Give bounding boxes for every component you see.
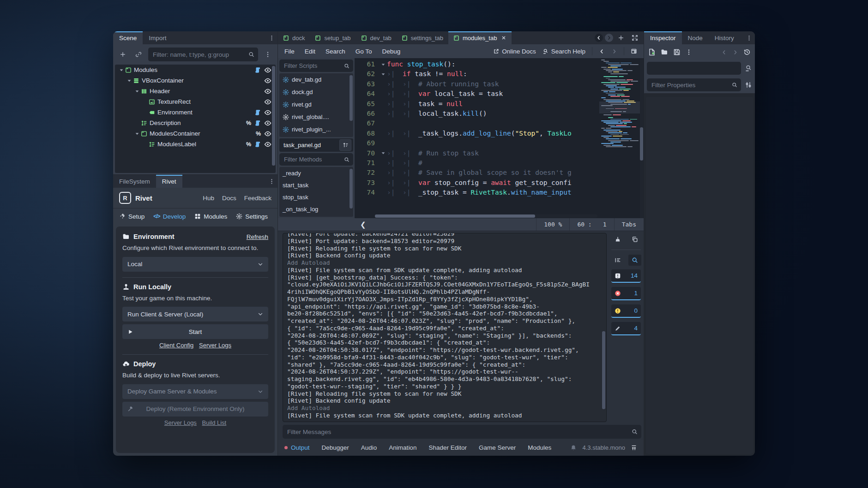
rivet-nav-modules[interactable]: Modules <box>194 213 227 220</box>
scene-tree-scrollbar[interactable] <box>272 66 275 166</box>
script-tab-dock[interactable]: dock <box>278 31 310 44</box>
expand-bottom-panel-icon[interactable] <box>631 445 637 451</box>
code-line[interactable]: 62›|if task != null: <box>355 69 599 79</box>
scene-menu-button[interactable] <box>262 44 274 65</box>
unique-name-badge[interactable]: % <box>246 141 251 148</box>
visibility-eye-icon[interactable] <box>264 77 271 84</box>
script-badge-icon[interactable] <box>254 67 261 73</box>
build-list-link[interactable]: Build List <box>202 419 226 426</box>
menu-debug[interactable]: Debug <box>382 48 401 55</box>
tree-row-environment[interactable]: Environment <box>115 107 276 118</box>
unique-name-badge[interactable]: % <box>246 120 251 126</box>
dock-tabbar-menu-button[interactable] <box>265 175 277 188</box>
bottom-tab-output[interactable]: Output <box>284 444 310 451</box>
filter-scripts-input[interactable] <box>279 60 353 72</box>
bottom-tab-shader-editor[interactable]: Shader Editor <box>428 444 467 451</box>
new-script-button[interactable] <box>615 31 627 44</box>
script-panel-toggle-icon[interactable] <box>631 48 637 54</box>
bottom-tab-game-server[interactable]: Game Server <box>479 444 516 451</box>
fold-caret-icon[interactable] <box>380 62 386 67</box>
code-editor[interactable]: 61func stop_task():62›|if task != null:6… <box>355 58 644 218</box>
copy-log-button[interactable] <box>628 234 641 245</box>
code-line[interactable]: 66›|›|local_task.kill() <box>355 109 599 119</box>
tree-row-vboxcontainer[interactable]: VBoxContainer <box>115 75 276 86</box>
nav-back-icon[interactable] <box>599 48 605 54</box>
bottom-tab-modules[interactable]: Modules <box>528 444 551 451</box>
log-filter-notice-toggle[interactable]: 14 <box>611 269 641 283</box>
add-node-button[interactable] <box>117 44 129 65</box>
rivet-nav-setup[interactable]: Setup <box>119 213 145 220</box>
method-list-scrollbar[interactable] <box>350 169 353 208</box>
script-tab-modules_tab[interactable]: modules_tab <box>448 31 512 44</box>
code-line[interactable]: 73›|›|var stop_config = await get_stop_c… <box>355 178 599 188</box>
inspector-tab-history[interactable]: History <box>709 31 740 44</box>
log-filter-warning-toggle[interactable]: 0 <box>611 304 641 318</box>
inspector-tab-inspector[interactable]: Inspector <box>644 31 682 44</box>
method-item[interactable]: start_task <box>279 179 353 191</box>
inspector-back-icon[interactable] <box>721 49 727 55</box>
history-forward-button[interactable] <box>605 34 613 42</box>
distraction-free-button[interactable] <box>629 31 641 44</box>
fold-caret-icon[interactable] <box>380 150 386 156</box>
tree-caret-icon[interactable] <box>118 67 125 73</box>
visibility-eye-icon[interactable] <box>264 119 271 127</box>
tree-row-description[interactable]: Description% <box>115 118 276 128</box>
refresh-link[interactable]: Refresh <box>247 233 268 240</box>
rivet-hub-link[interactable]: Hub <box>203 195 214 202</box>
indent-mode[interactable]: Tabs <box>615 221 644 228</box>
inspector-tabbar-menu-button[interactable] <box>743 31 755 44</box>
tree-row-texturerect[interactable]: TextureRect <box>115 96 276 107</box>
scene-tabbar-menu-button[interactable] <box>265 31 277 44</box>
collapse-scripts-panel-button[interactable]: ❮ <box>355 220 372 229</box>
tree-row-moduleslabel[interactable]: ModulesLabel% <box>115 139 276 149</box>
nav-forward-icon[interactable] <box>611 48 617 54</box>
current-script-row[interactable]: task_panel.gd <box>279 138 353 152</box>
method-item[interactable]: _ready <box>279 167 353 179</box>
log-scrollbar[interactable] <box>602 235 605 420</box>
code-line[interactable]: 69 <box>355 138 599 148</box>
client-config-link[interactable]: Client Config <box>159 342 193 349</box>
visibility-eye-icon[interactable] <box>264 109 271 116</box>
visibility-eye-icon[interactable] <box>264 141 271 148</box>
log-filter-edit-toggle[interactable]: 4 <box>611 322 641 335</box>
save-resource-icon[interactable] <box>673 48 681 56</box>
script-badge-icon[interactable] <box>254 141 261 148</box>
visibility-eye-icon[interactable] <box>264 88 271 95</box>
tree-row-modules[interactable]: Modules <box>115 65 276 75</box>
log-filter-error-toggle[interactable]: 1 <box>611 287 641 300</box>
menu-edit[interactable]: Edit <box>305 48 315 55</box>
code-line[interactable]: 70›|›|# Run stop task <box>355 149 599 158</box>
code-hscrollbar[interactable] <box>375 214 597 218</box>
code-line[interactable]: 72›|›|# Save in global scope so it doesn… <box>355 168 599 178</box>
inspector-forward-icon[interactable] <box>732 49 738 55</box>
history-clock-icon[interactable] <box>743 48 751 56</box>
inspector-tab-node[interactable]: Node <box>682 31 709 44</box>
filter-methods-input[interactable] <box>279 153 353 166</box>
menu-go-to[interactable]: Go To <box>356 48 372 55</box>
clear-log-button[interactable] <box>611 234 624 245</box>
script-item[interactable]: dock.gd <box>279 86 353 98</box>
script-item[interactable]: rivet_global.... <box>279 111 353 123</box>
script-tab-settings_tab[interactable]: settings_tab <box>397 31 448 44</box>
fold-caret-icon[interactable] <box>380 71 386 77</box>
code-line[interactable]: 71›|›|# <box>355 158 599 168</box>
show-search-button[interactable] <box>628 255 641 266</box>
unique-name-badge[interactable]: % <box>256 131 261 137</box>
script-tab-setup_tab[interactable]: setup_tab <box>310 31 356 44</box>
visibility-eye-icon[interactable] <box>264 66 271 74</box>
online-docs-button[interactable]: Online Docs <box>493 48 536 55</box>
deploy-server-logs-link[interactable]: Server Logs <box>164 419 197 426</box>
start-button[interactable]: Start <box>122 324 268 339</box>
method-item[interactable]: _on_task_log <box>279 203 353 215</box>
deploy-button[interactable]: Deploy (Remote Environment Only) <box>122 402 268 417</box>
tree-row-header[interactable]: Header <box>115 86 276 96</box>
script-badge-icon[interactable] <box>254 120 261 126</box>
server-logs-link[interactable]: Server Logs <box>199 342 231 349</box>
scene-tab-import[interactable]: Import <box>143 31 172 44</box>
script-tab-dev_tab[interactable]: dev_tab <box>356 31 397 44</box>
collapse-duplicates-button[interactable] <box>611 255 624 266</box>
environment-dropdown[interactable]: Local <box>122 257 268 272</box>
rivet-feedback-link[interactable]: Feedback <box>244 195 271 202</box>
tree-caret-icon[interactable] <box>133 131 140 137</box>
script-list-scrollbar[interactable] <box>350 75 353 121</box>
